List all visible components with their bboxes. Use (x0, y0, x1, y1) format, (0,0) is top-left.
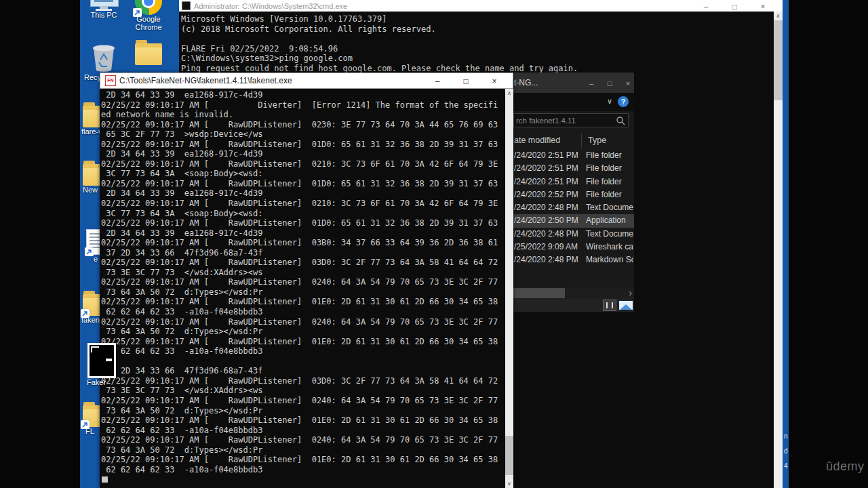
file-type: Wireshark capt (586, 242, 633, 251)
shortcut-arrow-icon (133, 8, 142, 17)
search-input[interactable]: rch fakenet1.4.11 (513, 113, 629, 127)
console-line: 2D 34 64 33 39 ea1268-917c-4d39 (101, 90, 505, 100)
console-line: 73 64 3A 50 72 d:Types></wsd:Pr (101, 287, 505, 298)
desktop-icon-chrome[interactable]: Google Chrome (129, 0, 168, 31)
explorer-titlebar[interactable]: t-NG... –□× (512, 73, 634, 93)
cmd-titlebar[interactable]: Administrator: C:\Windows\System32\cmd.e… (179, 0, 783, 12)
console-line: 37 2D 34 33 66 47f3d96-68a7-43f (101, 366, 505, 376)
scrollbar-thumb[interactable] (505, 436, 513, 475)
scroll-up-icon[interactable]: ∧ (505, 89, 513, 98)
thumbnails-view-button[interactable] (619, 301, 633, 310)
console-line: 02/25/22 09:10:17 AM [ RawUDPListener] 0… (101, 317, 505, 327)
file-type: File folder (586, 150, 622, 160)
file-row[interactable]: /25/2022 9:09 AMWireshark capt (512, 241, 634, 253)
explorer-ribbon: ∨ ? (512, 93, 634, 111)
scrollbar-thumb[interactable] (774, 20, 783, 100)
console-line: 02/25/22 09:10:17 AM [ RawUDPListener] 0… (101, 415, 505, 426)
maximize-button[interactable]: □ (605, 79, 614, 87)
fakenet-titlebar[interactable]: FN C:\Tools\FakeNet-NG\fakenet1.4.11\fak… (100, 73, 513, 89)
console-line: 2D 34 64 33 39 ea1268-917c-4d39 (101, 188, 505, 199)
console-line: 73 64 3A 50 72 d:Types></wsd:Pr (101, 445, 505, 455)
explorer-horizontal-scrollbar[interactable]: › (512, 287, 634, 299)
minimize-button[interactable]: – (692, 2, 720, 12)
recycle-bin-icon (88, 39, 119, 73)
close-button[interactable]: × (749, 2, 777, 12)
folder-icon (135, 43, 162, 65)
file-row[interactable]: /24/2020 2:52 PMFile folder (512, 188, 634, 201)
explorer-window: t-NG... –□× ∨ ? rch fakenet1.4.11 ate mo… (512, 73, 634, 312)
video-frame: This PC Google Chrome Recy (0, 0, 868, 488)
column-type[interactable]: Type (588, 136, 606, 145)
fakenet-window-title: C:\Tools\FakeNet-NG\fakenet1.4.11\fakene… (119, 76, 423, 85)
console-line: 3C 77 73 64 3A <soap:Body><wsd: (101, 209, 505, 219)
console-line: 2D 34 64 33 39 ea1268-917c-4d39 (101, 228, 505, 239)
file-row[interactable]: /24/2020 2:51 PMFile folder (512, 162, 634, 175)
explorer-statusbar (512, 299, 634, 312)
maximize-button[interactable]: □ (720, 2, 749, 12)
chevron-down-icon[interactable]: ∨ (607, 97, 612, 106)
maximize-button[interactable]: □ (452, 77, 480, 86)
desktop-icon-label: Faker (87, 378, 110, 386)
console-line: 37 2D 34 33 66 47f3d96-68a7-43f (101, 248, 505, 258)
minimize-button[interactable]: – (587, 79, 596, 87)
console-line: 62 62 64 62 33 -a10a-f04e8bbdb3 (101, 307, 505, 317)
console-line: 02/25/22 09:10:17 AM [ RawUDPListener] 0… (101, 455, 505, 465)
file-row[interactable]: /24/2020 2:51 PMFile folder (512, 176, 634, 188)
console-line: 02/25/22 09:10:17 AM [ RawUDPListener] 0… (101, 238, 505, 248)
scrollbar-thumb[interactable] (512, 288, 565, 298)
scroll-down-icon[interactable]: ∨ (505, 479, 513, 488)
file-list: /24/2020 2:51 PMFile folder/24/2020 2:51… (512, 149, 634, 267)
shortcut-arrow-icon (85, 247, 94, 256)
cmd-vertical-scrollbar[interactable]: ∧ (774, 12, 783, 488)
minimize-button[interactable]: – (423, 77, 452, 86)
details-view-button[interactable] (603, 300, 616, 311)
console-line: 62 62 64 62 33 -a10a-f04e8bbdb3 (101, 465, 505, 475)
scroll-right-icon[interactable]: › (629, 287, 632, 299)
file-row[interactable]: /24/2020 2:48 PMText Document (512, 228, 634, 241)
file-type: File folder (586, 190, 622, 199)
console-line: 3C 77 73 64 3A <soap:Body><wsd: (101, 169, 505, 179)
shortcut-arrow-icon (81, 309, 90, 318)
file-type: Application (586, 216, 626, 225)
file-row[interactable]: /24/2020 2:50 PMApplication (512, 214, 634, 227)
console-line: ed network name is invalid. (101, 110, 505, 120)
file-date-modified: /24/2020 2:48 PM (514, 229, 578, 239)
file-date-modified: /25/2022 9:09 AM (514, 242, 578, 251)
cmd-icon (182, 1, 191, 10)
console-line: 02/25/22 09:10:17 AM [ RawUDPListener] 0… (101, 277, 505, 287)
udemy-watermark: ûdemy (826, 460, 865, 474)
search-text: rch fakenet1.4.11 (516, 117, 616, 125)
close-button[interactable]: × (623, 79, 633, 87)
console-line: 62 62 64 62 33 -a10a-f04e8bbdb3 (101, 346, 505, 357)
fakenet-vertical-scrollbar[interactable]: ∧ ∨ (505, 89, 513, 488)
file-date-modified: /24/2020 2:48 PM (514, 255, 578, 264)
file-row[interactable]: /24/2020 2:51 PMFile folder (512, 149, 634, 162)
console-line: 02/25/22 09:10:17 AM [ RawUDPListener] 0… (101, 258, 505, 268)
console-line: (c) 2018 Microsoft Corporation. All righ… (181, 24, 774, 35)
file-row[interactable]: /24/2020 2:48 PMText Document (512, 201, 634, 214)
explorer-window-title: t-NG... (514, 78, 578, 87)
clipped-icon-text: n (784, 432, 789, 440)
console-line: 02/25/22 09:10:17 AM [ RawUDPListener] 0… (101, 218, 505, 228)
desktop-icon-folder-top[interactable] (129, 39, 168, 65)
file-date-modified: /24/2020 2:51 PM (514, 177, 578, 186)
file-row[interactable]: /24/2020 2:48 PMMarkdown Sou (512, 253, 634, 266)
console-line: C:\Windows\system32>ping google.com (181, 54, 774, 64)
desktop-icon-fakenet-console[interactable]: Faker (87, 343, 117, 386)
column-date-modified[interactable]: ate modified (514, 136, 560, 145)
file-type: File folder (586, 163, 622, 173)
console-line: 02/25/22 09:10:17 AM [ RawUDPListener] 0… (101, 140, 505, 150)
scroll-up-icon[interactable]: ∧ (774, 12, 783, 20)
console-line: 02/25/22 09:10:17 AM [ RawUDPListener] 0… (101, 396, 505, 406)
console-line: 02/25/22 09:10:17 AM [ RawUDPListener] 0… (101, 179, 505, 189)
console-line: 62 62 64 62 33 -a10a-f04e8bbdb3 (101, 426, 505, 436)
column-divider[interactable] (581, 134, 582, 148)
desktop-icon-this-pc[interactable]: This PC (84, 0, 123, 19)
desktop-icon-label: Chrome (129, 23, 168, 31)
close-button[interactable]: × (480, 77, 509, 86)
file-type: Text Document (586, 229, 633, 239)
help-icon[interactable]: ? (618, 96, 629, 107)
console-line: 02/25/22 09:10:17 AM [ RawUDPListener] 0… (101, 435, 505, 445)
fakenet-console-output: 2D 34 64 33 39 ea1268-917c-4d3902/25/22 … (100, 89, 513, 488)
file-date-modified: /24/2020 2:52 PM (514, 190, 578, 199)
